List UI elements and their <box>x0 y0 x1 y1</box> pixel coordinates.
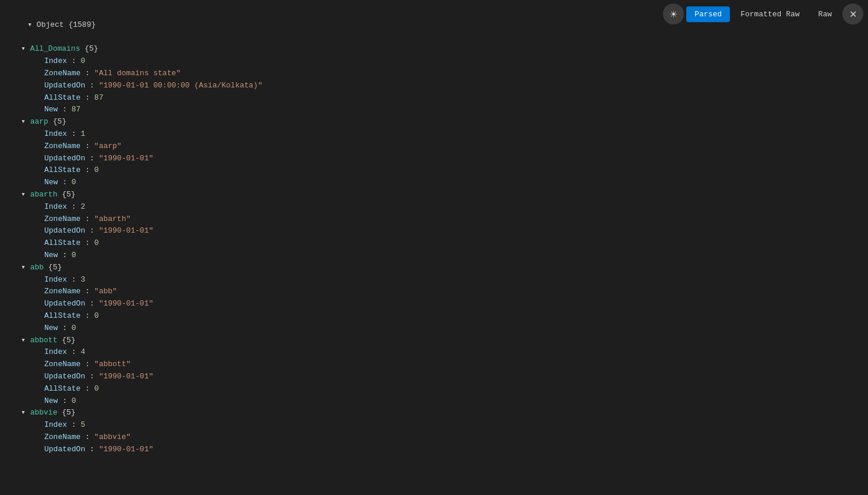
field-value-All_Domains-UpdatedOn: "1990-01-01 00:00:00 (Asia/Kolkata)" <box>99 81 263 90</box>
section-header-abbvie: ▾ abbvie {5} <box>9 407 859 419</box>
field-colon-abarth-New: : <box>58 251 71 259</box>
section-abarth: ▾ abarth {5}Index : 2ZoneName : "abarth"… <box>9 189 859 262</box>
field-name-abbott-ZoneName: ZoneName <box>44 360 80 368</box>
field-colon-abbott-New: : <box>58 396 71 405</box>
field-abb-AllState: AllState : 0 <box>9 310 859 322</box>
field-aarp-ZoneName: ZoneName : "aarp" <box>9 141 859 153</box>
field-name-aarp-UpdatedOn: UpdatedOn <box>44 154 85 163</box>
section-key-abbott: abbott <box>30 336 58 345</box>
parsed-tab[interactable]: Parsed <box>686 6 730 22</box>
field-colon-abb-AllState: : <box>80 311 94 320</box>
field-name-abbott-New: New <box>44 396 58 405</box>
field-abb-UpdatedOn: UpdatedOn : "1990-01-01" <box>9 298 859 310</box>
field-colon-abbott-AllState: : <box>80 384 94 393</box>
section-arrow-All_Domains[interactable]: ▾ <box>21 44 30 53</box>
field-name-abbvie-ZoneName: ZoneName <box>44 433 80 441</box>
field-abbott-AllState: AllState : 0 <box>9 383 859 395</box>
section-count-abb: {5} <box>44 263 62 272</box>
section-arrow-aarp[interactable]: ▾ <box>21 117 30 126</box>
section-All_Domains: ▾ All_Domains {5}Index : 0ZoneName : "Al… <box>9 43 859 116</box>
field-value-abarth-New: 0 <box>72 251 76 259</box>
section-arrow-abbvie[interactable]: ▾ <box>21 408 30 417</box>
section-key-abarth: abarth <box>30 190 58 199</box>
field-name-abarth-UpdatedOn: UpdatedOn <box>44 226 85 235</box>
section-key-abbvie: abbvie <box>30 408 58 417</box>
field-abbott-ZoneName: ZoneName : "abbott" <box>9 359 859 371</box>
field-abbott-New: New : 0 <box>9 395 859 408</box>
field-name-abarth-AllState: AllState <box>44 238 80 247</box>
field-All_Domains-UpdatedOn: UpdatedOn : "1990-01-01 00:00:00 (Asia/K… <box>9 80 859 92</box>
section-aarp: ▾ aarp {5}Index : 1ZoneName : "aarp"Upda… <box>9 116 859 189</box>
json-viewer: ▾ Object {1589} ▾ All_Domains {5}Index :… <box>0 0 868 495</box>
field-All_Domains-New: New : 87 <box>9 104 859 116</box>
section-count-abbvie: {5} <box>57 408 75 417</box>
field-value-abarth-AllState: 0 <box>94 238 99 247</box>
field-colon-All_Domains-AllState: : <box>80 93 94 102</box>
field-abbott-UpdatedOn: UpdatedOn : "1990-01-01" <box>9 371 859 383</box>
field-name-aarp-ZoneName: ZoneName <box>44 142 80 150</box>
field-abbott-Index: Index : 4 <box>9 346 859 359</box>
field-name-abbvie-UpdatedOn: UpdatedOn <box>44 445 85 454</box>
field-aarp-AllState: AllState : 0 <box>9 164 859 177</box>
section-header-abarth: ▾ abarth {5} <box>9 189 859 201</box>
section-key-abb: abb <box>30 263 44 272</box>
field-value-aarp-New: 0 <box>72 178 76 187</box>
field-name-abbott-AllState: AllState <box>44 384 80 393</box>
field-value-abbott-ZoneName: "abbott" <box>94 360 130 368</box>
field-value-aarp-AllState: 0 <box>94 166 99 174</box>
field-colon-aarp-UpdatedOn: : <box>85 154 98 163</box>
field-name-abbott-Index: Index <box>44 347 67 356</box>
section-count-All_Domains: {5} <box>80 44 98 53</box>
section-count-aarp: {5} <box>48 117 66 126</box>
field-abarth-New: New : 0 <box>9 250 859 262</box>
formatted-raw-tab[interactable]: Formatted Raw <box>732 6 807 22</box>
field-colon-aarp-Index: : <box>67 129 80 138</box>
field-colon-abbott-ZoneName: : <box>80 360 94 368</box>
field-value-abbott-New: 0 <box>72 396 76 405</box>
field-value-aarp-ZoneName: "aarp" <box>94 142 122 150</box>
field-colon-abb-UpdatedOn: : <box>85 299 98 308</box>
root-collapse-arrow[interactable]: ▾ <box>27 20 37 29</box>
field-name-abb-UpdatedOn: UpdatedOn <box>44 299 85 308</box>
field-value-aarp-UpdatedOn: "1990-01-01" <box>99 154 154 163</box>
field-colon-abbott-UpdatedOn: : <box>85 372 98 381</box>
field-colon-abarth-Index: : <box>67 202 80 211</box>
raw-tab[interactable]: Raw <box>810 6 840 22</box>
field-colon-abarth-ZoneName: : <box>80 215 94 223</box>
field-name-aarp-Index: Index <box>44 129 67 138</box>
section-arrow-abb[interactable]: ▾ <box>21 263 30 272</box>
field-value-abb-UpdatedOn: "1990-01-01" <box>99 299 154 308</box>
section-count-abbott: {5} <box>57 336 75 345</box>
field-name-abbott-UpdatedOn: UpdatedOn <box>44 372 85 381</box>
section-header-abb: ▾ abb {5} <box>9 262 859 274</box>
field-colon-All_Domains-Index: : <box>67 57 80 65</box>
field-aarp-UpdatedOn: UpdatedOn : "1990-01-01" <box>9 153 859 165</box>
field-colon-aarp-ZoneName: : <box>80 142 94 150</box>
field-abb-Index: Index : 3 <box>9 274 859 286</box>
field-value-abbvie-ZoneName: "abbvie" <box>94 433 130 441</box>
field-abarth-ZoneName: ZoneName : "abarth" <box>9 213 859 226</box>
field-value-abb-ZoneName: "abb" <box>94 287 117 296</box>
theme-toggle-button[interactable]: ☀ <box>663 3 684 24</box>
field-name-abb-AllState: AllState <box>44 311 80 320</box>
field-colon-abarth-UpdatedOn: : <box>85 226 98 235</box>
field-colon-All_Domains-New: : <box>58 105 71 114</box>
field-colon-abb-ZoneName: : <box>80 287 94 296</box>
section-arrow-abarth[interactable]: ▾ <box>21 190 30 199</box>
field-value-All_Domains-Index: 0 <box>80 57 85 65</box>
toolbar: ☀ Parsed Formatted Raw Raw ✕ <box>658 0 868 28</box>
section-arrow-abbott[interactable]: ▾ <box>21 336 30 345</box>
field-name-abarth-New: New <box>44 251 58 259</box>
field-name-All_Domains-ZoneName: ZoneName <box>44 69 80 78</box>
field-abbvie-UpdatedOn: UpdatedOn : "1990-01-01" <box>9 444 859 456</box>
field-aarp-Index: Index : 1 <box>9 128 859 141</box>
field-value-abb-AllState: 0 <box>94 311 99 320</box>
field-value-abarth-ZoneName: "abarth" <box>94 215 130 223</box>
field-name-abarth-Index: Index <box>44 202 67 211</box>
section-abbott: ▾ abbott {5}Index : 4ZoneName : "abbott"… <box>9 335 859 408</box>
field-name-abb-New: New <box>44 324 58 332</box>
field-value-All_Domains-New: 87 <box>72 105 81 114</box>
section-header-All_Domains: ▾ All_Domains {5} <box>9 43 859 55</box>
close-button[interactable]: ✕ <box>842 3 863 24</box>
section-key-aarp: aarp <box>30 117 48 126</box>
